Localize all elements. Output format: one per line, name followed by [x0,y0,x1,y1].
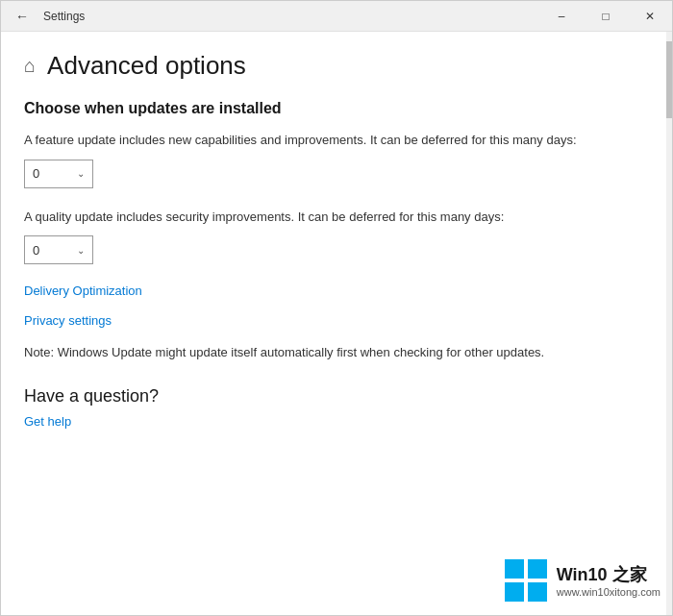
quality-update-description: A quality update includes security impro… [24,208,649,227]
feature-update-dropdown[interactable]: 0 ⌄ [24,160,93,188]
windows-logo-icon [503,557,549,604]
chevron-down-icon: ⌄ [77,168,85,179]
chevron-down-icon-2: ⌄ [77,245,85,256]
titlebar-left: ← Settings [9,3,85,30]
watermark-text: Win10 之家 www.win10xitong.com [557,563,661,598]
page-title: Advanced options [47,51,246,81]
window-controls: – □ ✕ [539,1,672,32]
update-note: Note: Windows Update might update itself… [24,343,649,363]
feature-update-value: 0 [33,166,39,181]
quality-update-value: 0 [33,243,39,258]
watermark-title: Win10 之家 [557,563,661,586]
watermark-url: www.win10xitong.com [557,586,661,598]
titlebar: ← Settings – □ ✕ [1,1,672,32]
main-content: ⌂ Advanced options Choose when updates a… [1,32,672,615]
scrollbar-thumb [666,41,672,118]
svg-rect-3 [528,582,547,602]
get-help-link[interactable]: Get help [24,414,649,429]
minimize-button[interactable]: – [539,1,584,32]
window-title: Settings [43,10,85,23]
have-question-heading: Have a question? [24,386,649,407]
scrollbar[interactable] [666,32,672,615]
quality-update-dropdown[interactable]: 0 ⌄ [24,235,93,264]
svg-rect-2 [505,582,524,602]
section-title: Choose when updates are installed [24,100,649,117]
settings-window: ← Settings – □ ✕ ⌂ Advanced options Choo… [0,0,673,616]
delivery-optimization-link[interactable]: Delivery Optimization [24,283,649,298]
privacy-settings-link[interactable]: Privacy settings [24,313,649,328]
close-button[interactable]: ✕ [628,1,672,32]
page-header: ⌂ Advanced options [24,51,649,81]
watermark: Win10 之家 www.win10xitong.com [503,557,661,604]
maximize-button[interactable]: □ [584,1,628,32]
feature-update-description: A feature update includes new capabiliti… [24,131,649,150]
home-icon: ⌂ [24,55,36,77]
svg-rect-0 [505,559,524,579]
back-button[interactable]: ← [9,3,36,30]
svg-rect-1 [528,559,547,579]
